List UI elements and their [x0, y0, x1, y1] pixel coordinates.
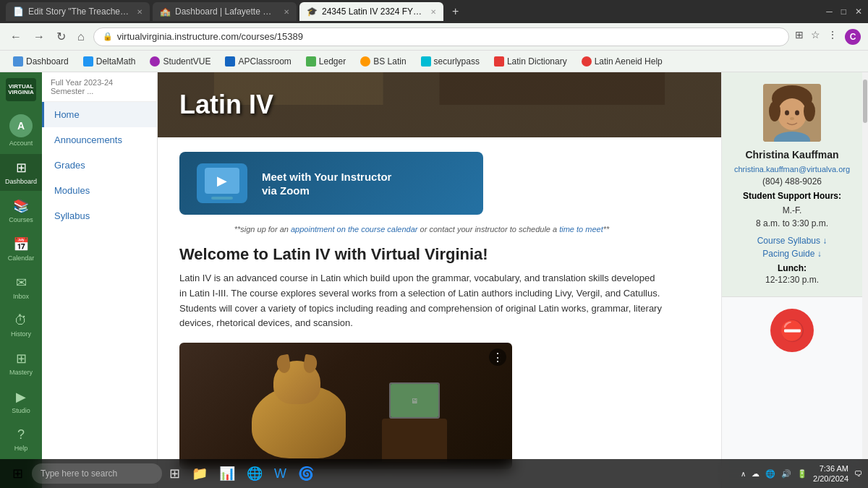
back-button[interactable]: ← [7, 29, 25, 45]
bslatin-bk-icon [360, 56, 370, 67]
bookmark-studentvue-label: StudentVUE [163, 56, 210, 67]
video-menu-button[interactable]: ⋮ [489, 348, 506, 366]
mastery-icon: ⊞ [16, 351, 27, 367]
maximize-button[interactable]: □ [841, 7, 846, 17]
nav-dashboard[interactable]: ⊞ Dashboard [0, 154, 42, 191]
profile-icon[interactable]: C [845, 29, 861, 45]
file-explorer-icon[interactable]: 📁 [187, 464, 212, 483]
course-banner-title: Latin IV [179, 90, 273, 120]
new-tab-button[interactable]: + [446, 5, 464, 18]
refresh-button[interactable]: ↻ [54, 28, 69, 45]
securlypass-bk-icon [421, 56, 431, 67]
bookmark-deltamath[interactable]: DeltaMath [77, 54, 142, 69]
zoom-text-line1: Meet with Your Instructor [262, 170, 391, 184]
tab-3[interactable]: 🎓 24345 Latin IV 2324 FY Sem 1 C ✕ [299, 2, 443, 21]
nav-inbox-label: Inbox [13, 293, 29, 300]
nav-history[interactable]: ⏱ History [0, 307, 42, 343]
forward-button[interactable]: → [30, 29, 48, 45]
course-nav-grades-label: Grades [54, 160, 85, 171]
latin-aeneid-bk-icon [582, 56, 592, 67]
main-content: Latin IV ▶ Meet with Your I [158, 72, 721, 488]
bookmark-bslatin[interactable]: BS Latin [354, 54, 412, 69]
edge-icon[interactable]: 🌀 [294, 464, 318, 483]
menu-icon[interactable]: ⋮ [827, 29, 838, 45]
extensions-icon[interactable]: ⊞ [795, 29, 804, 45]
home-button[interactable]: ⌂ [75, 29, 88, 45]
nav-account[interactable]: A Account [0, 108, 42, 153]
url-bar[interactable]: 🔒 virtualvirginia.instructure.com/course… [93, 27, 789, 46]
nav-calendar[interactable]: 📅 Calendar [0, 231, 42, 267]
task-view-icon[interactable]: ⊞ [165, 464, 184, 483]
bookmark-dashboard-label: Dashboard [26, 56, 69, 67]
course-nav-syllabus-label: Syllabus [54, 210, 90, 221]
bookmark-studentvue[interactable]: StudentVUE [144, 54, 216, 69]
instructor-avatar-svg [763, 84, 821, 142]
course-video[interactable]: 🖥 ⋮ [179, 343, 512, 469]
nav-help[interactable]: ? Help [0, 421, 42, 458]
browser-actions: ⊞ ☆ ⋮ C [795, 29, 861, 45]
lunch-label: Lunch: [733, 263, 851, 273]
pacing-guide-link[interactable]: Pacing Guide ↓ [733, 249, 851, 259]
syllabus-link[interactable]: Course Syllabus ↓ [733, 236, 851, 246]
notification-icon[interactable]: 🗨 [854, 469, 862, 478]
tab-1-close[interactable]: ✕ [137, 8, 142, 16]
tab-2-label: Dashboard | Lafayette High [175, 7, 276, 17]
nav-mastery[interactable]: ⊞ Mastery [0, 345, 42, 382]
bookmark-ledger[interactable]: Ledger [300, 54, 352, 69]
powerpoint-icon[interactable]: 📊 [215, 464, 239, 483]
instructor-sidebar: Christina Kauffman christina.kauffman@vi… [721, 72, 862, 488]
bookmark-securlypass[interactable]: securlypass [415, 54, 485, 69]
course-nav-modules-label: Modules [54, 185, 90, 196]
course-nav-grades[interactable]: Grades [42, 153, 157, 178]
close-button[interactable]: ✕ [855, 7, 862, 17]
bookmark-securlypass-label: securlypass [434, 56, 480, 67]
nav-inbox[interactable]: ✉ Inbox [0, 269, 42, 306]
taskbar-search[interactable] [32, 463, 162, 484]
network-icon: 🌐 [765, 469, 775, 479]
course-nav-syllabus[interactable]: Syllabus [42, 203, 157, 228]
tab-1[interactable]: 📄 Edit Story "The Treachery of the... ✕ [6, 2, 150, 21]
minimize-button[interactable]: ─ [826, 7, 833, 17]
instructor-email[interactable]: christina.kauffman@virtualva.org [733, 165, 851, 174]
studentvue-bk-icon [150, 56, 160, 67]
video-background: 🖥 [179, 343, 512, 469]
start-button[interactable]: ⊞ [6, 462, 29, 485]
zoom-meeting-banner[interactable]: ▶ Meet with Your Instructor via Zoom [179, 152, 483, 215]
course-banner: Latin IV [158, 72, 721, 137]
bookmark-latin-dictionary[interactable]: Latin Dictionary [488, 54, 573, 69]
title-bar: 📄 Edit Story "The Treachery of the... ✕ … [0, 0, 868, 23]
course-nav-announcements[interactable]: Announcements [42, 127, 157, 153]
tray-up-icon[interactable]: ∧ [741, 470, 746, 478]
scrollbar-thumb[interactable] [863, 80, 867, 123]
tab-2[interactable]: 🏫 Dashboard | Lafayette High ✕ [153, 2, 297, 21]
schedule-link[interactable]: time to meet [559, 225, 603, 234]
tab-3-close[interactable]: ✕ [430, 8, 436, 16]
nav-courses[interactable]: 📚 Courses [0, 192, 42, 229]
scrollbar[interactable] [862, 72, 868, 488]
bookmark-apclassroom-label: APClassroom [238, 56, 291, 67]
sound-icon[interactable]: 🔊 [781, 469, 791, 479]
system-clock: 7:36 AM 2/20/2024 [813, 463, 848, 484]
bookmark-apclassroom[interactable]: APClassroom [219, 54, 297, 69]
svg-point-4 [804, 101, 815, 121]
nav-studio[interactable]: ▶ Studio [0, 383, 42, 420]
nav-dashboard-label: Dashboard [5, 178, 37, 185]
course-sidebar: Full Year 2023-24 Semester ... Home Anno… [42, 72, 158, 488]
instructor-card: Christina Kauffman christina.kauffman@vi… [722, 72, 862, 297]
course-nav-modules[interactable]: Modules [42, 178, 157, 203]
course-nav-home-label: Home [54, 109, 80, 120]
word-icon[interactable]: W [270, 465, 291, 483]
bookmark-bslatin-label: BS Latin [373, 56, 406, 67]
signup-text: **sign up for an appointment on the cour… [179, 225, 664, 234]
course-nav-home[interactable]: Home [42, 102, 157, 127]
bookmark-icon[interactable]: ☆ [811, 29, 820, 45]
course-description: Latin IV is an advanced course in Latin … [179, 271, 664, 331]
calendar-link[interactable]: appointment on the course calendar [291, 225, 418, 234]
bookmark-dashboard[interactable]: Dashboard [7, 54, 75, 69]
bookmark-latin-aeneid[interactable]: Latin Aeneid Help [576, 54, 668, 69]
chrome-icon[interactable]: 🌐 [242, 464, 267, 483]
calendar-icon: 📅 [13, 236, 29, 252]
no-entry-card: ⛔ [722, 297, 862, 364]
tab-2-close[interactable]: ✕ [284, 8, 289, 16]
account-avatar: A [9, 114, 33, 137]
